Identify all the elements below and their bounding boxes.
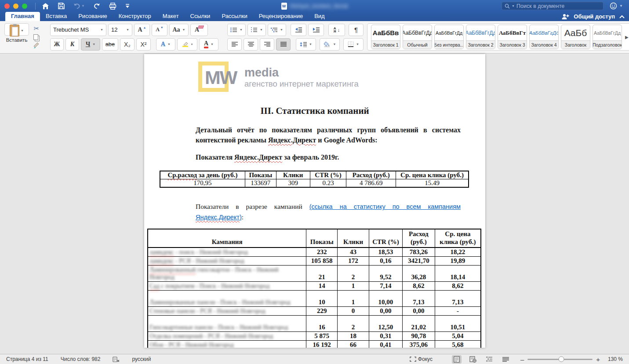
subscript-button[interactable]: X₂: [120, 38, 135, 51]
logo-name: media: [244, 67, 359, 78]
clear-formatting-button[interactable]: A: [190, 24, 208, 36]
redo-icon[interactable]: [94, 2, 100, 10]
focus-mode-button[interactable]: Фокус: [410, 356, 433, 362]
show-paragraph-marks-button[interactable]: ¶: [349, 24, 364, 36]
ribbon-tab[interactable]: Вставка: [40, 12, 73, 21]
ribbon-tab[interactable]: Макет: [157, 12, 185, 21]
paste-button[interactable]: ▼ Вставить: [4, 23, 29, 36]
numbered-list-button[interactable]: ▼: [247, 24, 266, 36]
search-input[interactable]: [516, 3, 591, 9]
italic-button[interactable]: К: [65, 38, 79, 51]
shading-button[interactable]: ▼: [320, 38, 340, 51]
style-item[interactable]: АаБбВвГгДдЗаголовок 2: [466, 25, 495, 49]
undo-icon[interactable]: ▼: [73, 2, 85, 10]
campaign-metric-cell: 5,68: [435, 340, 481, 348]
cut-icon[interactable]: ✂: [32, 25, 41, 33]
font-size-combo[interactable]: 12▼: [108, 24, 132, 36]
sort-button[interactable]: АЯ↓: [328, 24, 345, 36]
ribbon-tab[interactable]: Рецензирование: [253, 12, 309, 21]
text-effects-button[interactable]: А▼: [156, 38, 175, 51]
summary-value-cell: 15.49: [396, 179, 469, 188]
align-left-button[interactable]: [227, 38, 242, 51]
style-item[interactable]: АаБбВвГгДдБез интерва...: [434, 25, 464, 49]
borders-button[interactable]: ▼: [343, 38, 364, 51]
outline-view-button[interactable]: [484, 356, 494, 363]
style-item[interactable]: АаБбВвГгДдОбычный: [403, 25, 432, 49]
underline-button[interactable]: Ч▼: [81, 38, 100, 51]
zoom-percentage[interactable]: 130 %: [604, 356, 623, 362]
style-item[interactable]: АаБбЗаголовок: [561, 25, 590, 49]
change-case-button[interactable]: Aa▼: [169, 24, 189, 36]
strikethrough-button[interactable]: abe: [102, 38, 118, 51]
campaign-metric-cell: 0,00: [369, 306, 403, 315]
superscript-button[interactable]: X²: [136, 38, 151, 51]
campaign-metric-cell: 18,22: [435, 248, 481, 257]
ribbon-tab[interactable]: Главная: [5, 12, 40, 21]
zoom-in-button[interactable]: +: [596, 356, 600, 363]
collapse-ribbon-icon[interactable]: [619, 15, 625, 18]
summary-value-cell: 133697: [245, 179, 276, 188]
undo-caret-icon[interactable]: ▼: [81, 4, 85, 8]
draft-view-button[interactable]: [501, 356, 511, 363]
ribbon-tab[interactable]: Ссылки: [185, 12, 216, 21]
shrink-font-button[interactable]: A▼: [152, 24, 167, 36]
share-label[interactable]: Общий доступ: [574, 13, 615, 20]
page-indicator[interactable]: Страница 4 из 11: [6, 356, 48, 362]
style-item[interactable]: АаБбВвЗаголовок 1: [371, 25, 400, 49]
ribbon-tab[interactable]: Вид: [309, 12, 331, 21]
increase-indent-button[interactable]: [308, 24, 324, 36]
feedback-smiley-icon[interactable]: ▼: [610, 2, 623, 10]
grow-font-button[interactable]: A▲: [134, 24, 150, 36]
zoom-slider-thumb[interactable]: [559, 357, 564, 362]
customize-toolbar-icon[interactable]: [125, 2, 130, 10]
campaign-row: ламидекс - поиск - Нижний Новгород232431…: [148, 248, 481, 257]
multilevel-list-button[interactable]: ▼: [268, 24, 286, 36]
fullscreen-button[interactable]: [22, 4, 27, 9]
logo-square: MW: [198, 62, 229, 92]
ribbon-tab[interactable]: Рассылки: [216, 12, 253, 21]
line-spacing-button[interactable]: ▼: [296, 38, 316, 51]
bullet-list-button[interactable]: ▼: [227, 24, 246, 36]
campaign-metric-cell: 21: [306, 265, 338, 281]
format-painter-icon[interactable]: [32, 41, 41, 49]
highlight-color-button[interactable]: ▾: [177, 38, 197, 51]
campaign-table: КампанияПоказыКликиCTR (%)Расход (руб.)С…: [147, 229, 481, 348]
campaign-name-cell: Ламинированный гипсокартон - Поиск - Ниж…: [148, 265, 306, 281]
font-name-combo[interactable]: Trebuchet MS▼: [50, 24, 106, 36]
ribbon-tab[interactable]: Конструктор: [113, 12, 157, 21]
bold-button[interactable]: Ж: [50, 38, 64, 51]
style-item[interactable]: АаБбВвГгДдПодзаголовок: [593, 25, 622, 49]
print-layout-view-button[interactable]: [452, 355, 462, 364]
proofing-status-icon[interactable]: [113, 357, 120, 362]
intro-paragraph: Детальный отчёт по показателям различных…: [196, 125, 461, 145]
language-indicator[interactable]: русский: [132, 356, 151, 362]
decrease-indent-button[interactable]: [291, 24, 306, 36]
campaign-metric-cell: 5,04: [435, 331, 481, 340]
campaign-name-cell: Стеновые панели - РСЯ - Нижний Новгород: [148, 306, 306, 315]
search-scope-caret-icon[interactable]: ▼: [512, 4, 515, 7]
zoom-out-button[interactable]: –: [520, 356, 524, 363]
ribbon: ▼ Вставить ✂ Trebuchet MS▼ 12▼ A▲ A▼ Aa▼…: [0, 21, 629, 54]
font-color-button[interactable]: А▼: [199, 38, 218, 51]
ribbon-tab[interactable]: Рисование: [73, 12, 113, 21]
web-layout-view-button[interactable]: [468, 355, 478, 364]
print-icon[interactable]: [109, 2, 116, 10]
word-count[interactable]: Число слов: 982: [61, 356, 101, 362]
copy-icon[interactable]: [32, 33, 41, 41]
document-page[interactable]: MW media агенство интернет маркетинга II…: [144, 54, 485, 348]
search-box[interactable]: ▼: [502, 2, 604, 10]
style-item[interactable]: АаБбВвГтЗаголовок 3: [498, 25, 527, 49]
styles-more-icon[interactable]: ▶: [624, 35, 629, 40]
minimize-button[interactable]: [13, 4, 18, 9]
home-icon[interactable]: [42, 2, 49, 10]
campaign-metric-cell: 66: [338, 340, 369, 348]
zoom-slider[interactable]: [527, 359, 593, 360]
close-button[interactable]: [4, 4, 10, 9]
document-canvas: MW media агенство интернет маркетинга II…: [0, 54, 629, 354]
align-right-button[interactable]: [260, 38, 274, 51]
save-icon[interactable]: [58, 2, 65, 10]
campaign-metric-cell: 2: [338, 265, 369, 281]
align-center-button[interactable]: [244, 38, 258, 51]
justify-button[interactable]: [276, 38, 291, 51]
style-item[interactable]: АаБбВвГгДдЗаголовок 4: [529, 25, 559, 49]
